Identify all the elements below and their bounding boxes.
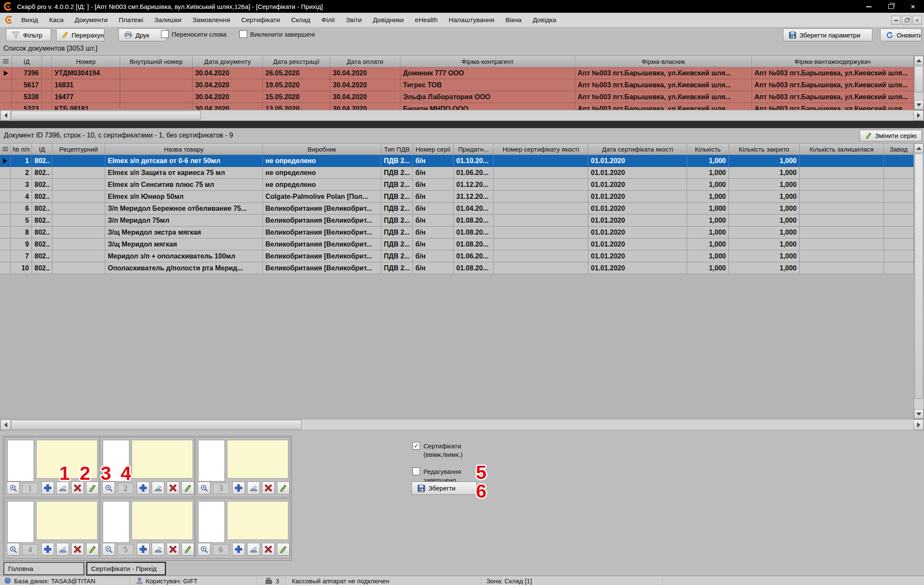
mdi-restore-button[interactable] [902, 16, 911, 25]
pane-splitter[interactable] [0, 121, 924, 128]
column-header[interactable]: ІД [32, 143, 52, 155]
column-header[interactable]: Номер сертифікату якості [494, 143, 588, 155]
wrap-words-checkbox[interactable]: Переносити слова [161, 30, 227, 38]
change-series-button[interactable]: Змінити серію [860, 130, 922, 141]
menu-item-Вікна[interactable]: Вікна [500, 16, 527, 24]
detail-v-scrollbar[interactable] [914, 143, 924, 419]
add-button[interactable] [232, 543, 245, 556]
menu-item-Склад[interactable]: Склад [285, 16, 316, 24]
column-header[interactable]: Фірма-вантажоодержувач [752, 56, 914, 67]
scan-button[interactable] [152, 543, 164, 556]
scan-button[interactable] [247, 482, 260, 494]
scan-button[interactable] [247, 543, 260, 556]
column-header[interactable]: Придатн... [454, 143, 494, 155]
column-header[interactable]: Дата реєстрації [263, 56, 330, 67]
mdi-minimize-button[interactable] [891, 16, 901, 25]
delete-button[interactable] [262, 543, 275, 556]
menu-item-eHealth[interactable]: eHealth [409, 16, 443, 24]
menu-item-Залишки[interactable]: Залишки [149, 16, 187, 24]
detail-h-scrollbar[interactable] [0, 419, 924, 430]
delete-button[interactable] [167, 482, 179, 494]
column-header[interactable]: Кількість залишилася [800, 143, 884, 155]
column-header[interactable]: Дата документу [193, 56, 263, 67]
column-header[interactable]: Завод [884, 143, 914, 155]
column-header[interactable]: Назва товару [105, 143, 263, 155]
menu-item-Налаштування[interactable]: Налаштування [443, 16, 500, 24]
column-header[interactable]: Номер [52, 56, 120, 67]
add-button[interactable] [137, 543, 150, 556]
zoom-button[interactable] [198, 482, 210, 494]
table-row[interactable]: 10802..Ополаскиватель д/полости рта Мери… [0, 262, 914, 274]
add-button[interactable] [232, 482, 245, 494]
edit-button[interactable] [277, 482, 290, 494]
save-button[interactable]: Зберегти [412, 482, 477, 495]
edit-button[interactable] [277, 543, 290, 556]
menu-item-Вихід[interactable]: Вихід [16, 16, 43, 24]
recalculate-button[interactable]: Перерахунк [56, 29, 104, 41]
column-header[interactable]: Виробник [263, 143, 381, 155]
zoom-button[interactable] [7, 482, 20, 494]
mdi-close-button[interactable]: × [912, 16, 922, 25]
column-header[interactable]: № п/п [11, 143, 32, 155]
menu-item-Звіти[interactable]: Звіти [340, 16, 367, 24]
certificates-toggle-checkbox[interactable]: ✓ Сертифікати (ввімк./вимк.) [412, 442, 463, 459]
column-header[interactable]: Кількість закрито [729, 143, 800, 155]
menu-item-Платежі[interactable]: Платежі [113, 16, 149, 24]
column-header[interactable]: Номер серії [413, 143, 454, 155]
table-row[interactable]: 2802..Elmex з/п Защита от кариеса 75 млн… [0, 167, 914, 179]
table-row[interactable]: 4802..Elmex з/п Юниор 50млColgate-Palmol… [0, 191, 914, 203]
menu-item-Довідники[interactable]: Довідники [367, 16, 409, 24]
column-header[interactable]: Дата сертифіката якості [588, 143, 687, 155]
scan-button[interactable] [152, 482, 164, 494]
table-row[interactable]: 7396УТДМ030419430.04.202026.05.202030.04… [0, 67, 914, 79]
table-row[interactable]: 1802..Elmex з/п детская от 0-6 лет 50млн… [0, 155, 914, 167]
zoom-button[interactable] [198, 543, 210, 556]
print-button[interactable]: Друк [118, 29, 167, 41]
table-row[interactable]: 7802..Меридол з/п + ополаскиватель 100мл… [0, 250, 914, 262]
column-header[interactable]: Внутрішній номер [120, 56, 193, 67]
table-row[interactable]: 53381647730.04.202015.05.202030.04.2020Э… [0, 91, 914, 103]
table-row[interactable]: 5323КТБ 0818130.04.202013.05.202030.04.2… [0, 103, 914, 110]
table-row[interactable]: 5802..З/п Меридол 75млВеликобритания [Ве… [0, 215, 914, 227]
save-params-button[interactable]: Зберегти параметри [783, 29, 872, 41]
zoom-button[interactable] [7, 543, 20, 556]
add-button[interactable] [137, 482, 150, 494]
menu-item-Довідка[interactable]: Довідка [527, 16, 562, 24]
app-icon-small[interactable] [5, 16, 13, 24]
delete-button[interactable] [262, 482, 275, 494]
delete-button[interactable] [71, 543, 84, 556]
edit-button[interactable] [181, 543, 194, 556]
zoom-button[interactable] [102, 543, 115, 556]
column-header[interactable]: Фірма-контрагент [400, 56, 575, 67]
edit-button[interactable] [86, 543, 99, 556]
minimize-button[interactable] [858, 0, 880, 13]
column-header[interactable]: Кількість [687, 143, 729, 155]
table-row[interactable]: 3802..Elmex з/п Сенситив плюс 75 млне оп… [0, 179, 914, 191]
filter-button[interactable]: Фільтр [6, 29, 51, 41]
table-row[interactable]: 9802..З/щ Меридол мягкаяВеликобритания [… [0, 238, 914, 250]
tab-certificates[interactable]: Сертифікати - Прихід [86, 562, 166, 575]
menu-item-Філії[interactable]: Філії [316, 16, 340, 24]
documents-v-scrollbar[interactable] [914, 55, 924, 110]
menu-item-Сертифікати[interactable]: Сертифікати [236, 16, 285, 24]
add-button[interactable] [41, 543, 54, 556]
delete-button[interactable] [167, 543, 179, 556]
column-header[interactable]: Дата оплати [330, 56, 400, 67]
add-button[interactable] [41, 482, 54, 494]
refresh-button[interactable]: Оновити [880, 29, 921, 41]
table-row[interactable]: 8802..З/щ Меридол экстра мягкаяВеликобри… [0, 227, 914, 238]
table-row[interactable]: 6802..З/п Меридол Бережное отбеливание 7… [0, 203, 914, 215]
column-header[interactable]: Рецептурний [52, 143, 105, 155]
column-header[interactable]: ІД [12, 56, 42, 67]
scan-button[interactable] [56, 543, 69, 556]
restore-button[interactable] [880, 0, 902, 13]
edit-button[interactable] [181, 482, 194, 494]
column-header[interactable]: Тип ПДВ [381, 143, 413, 155]
close-button[interactable]: × [902, 0, 924, 13]
menu-item-Замовлення[interactable]: Замовлення [187, 16, 236, 24]
documents-h-scrollbar[interactable] [0, 110, 924, 121]
table-row[interactable]: 56171683130.04.202019.05.202030.04.2020Т… [0, 79, 914, 91]
column-header[interactable]: Фірма-власник [575, 56, 752, 67]
menu-item-Документи[interactable]: Документи [69, 16, 113, 24]
exclude-finished-checkbox[interactable]: Виключити завершені [239, 30, 315, 38]
